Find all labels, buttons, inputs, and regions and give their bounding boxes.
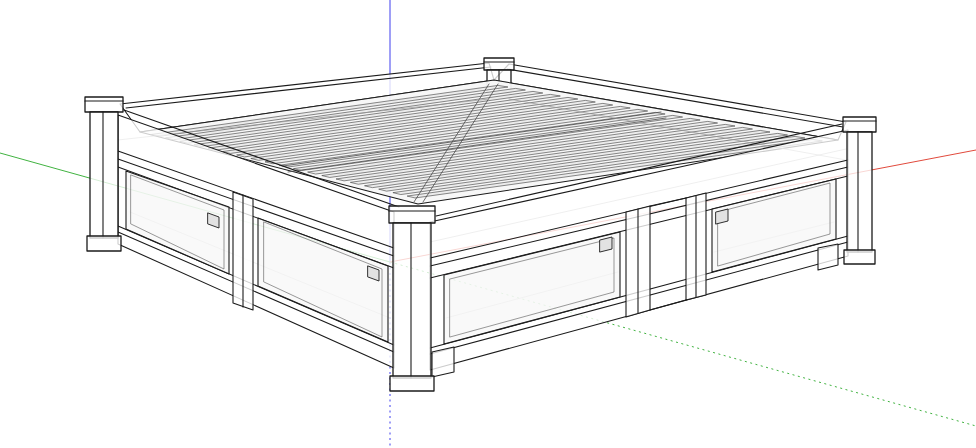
scene-canvas[interactable] bbox=[0, 0, 976, 448]
right-post-foot bbox=[844, 250, 875, 264]
drawer-handle bbox=[716, 209, 728, 224]
left-post bbox=[90, 112, 118, 238]
near-post-cap bbox=[389, 206, 435, 223]
near-post bbox=[393, 223, 431, 378]
far-post-cap bbox=[484, 58, 514, 70]
modeling-viewport[interactable] bbox=[0, 0, 976, 448]
left-post-foot bbox=[87, 236, 121, 251]
frame-foot bbox=[818, 244, 838, 270]
frame-foot bbox=[432, 347, 454, 377]
near-post-foot bbox=[390, 376, 434, 391]
drawer-handle bbox=[600, 237, 612, 252]
right-post-cap bbox=[843, 117, 876, 132]
right-post bbox=[847, 132, 872, 252]
bed-frame-model bbox=[85, 58, 876, 391]
left-post-cap bbox=[85, 97, 123, 112]
